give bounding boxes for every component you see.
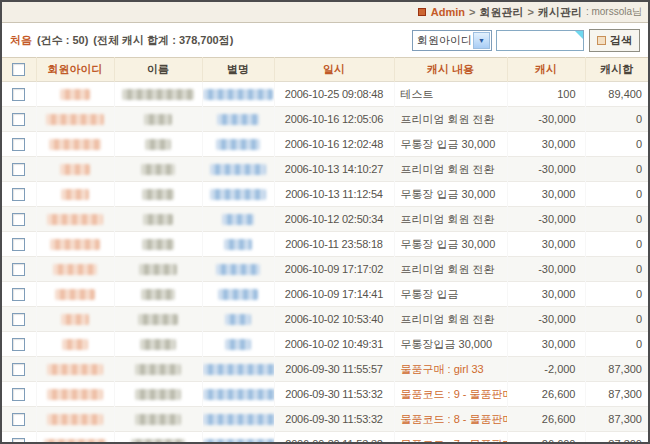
row-checkbox[interactable]	[12, 88, 25, 101]
redacted-name	[135, 414, 181, 425]
cell-cash-amount: 26,600	[507, 432, 585, 444]
search-field-select[interactable]: 회원아이디 ▼	[412, 30, 492, 51]
search-field-selected-value: 회원아이디	[417, 33, 472, 48]
cell-cash-description: 무통장입금 30,000	[394, 332, 507, 357]
cell-nickname	[202, 332, 274, 357]
row-checkbox[interactable]	[12, 163, 25, 176]
header-nickname: 별명	[202, 58, 274, 82]
breadcrumb-admin-link[interactable]: Admin	[431, 6, 465, 18]
cell-datetime: 2006-10-16 12:02:48	[274, 132, 394, 157]
cell-name	[114, 182, 202, 207]
header-cash-description: 캐시 내용	[394, 58, 507, 82]
header-cash-amount: 캐시	[507, 58, 585, 82]
cell-name	[114, 207, 202, 232]
redacted-name	[141, 164, 175, 175]
cell-nickname	[202, 282, 274, 307]
cell-user-id	[36, 132, 114, 157]
cell-cash-description: 무통장 입금	[394, 282, 507, 307]
cell-name	[114, 332, 202, 357]
cell-cash-description[interactable]: 물품코드 : 9 - 물품판매	[394, 382, 507, 407]
redacted-name	[138, 314, 178, 325]
redacted-nickname	[217, 114, 259, 125]
row-checkbox[interactable]	[12, 363, 25, 376]
table-row: 2006-10-16 12:02:48 무통장 입금 30,000 30,000…	[2, 132, 648, 157]
redacted-nickname	[225, 339, 251, 350]
cell-cash-description[interactable]: 물품코드 : 8 - 물품판매	[394, 407, 507, 432]
redacted-user-id	[62, 339, 88, 350]
row-checkbox[interactable]	[12, 313, 25, 326]
header-datetime: 일시	[274, 58, 394, 82]
row-checkbox[interactable]	[12, 388, 25, 401]
search-input[interactable]	[497, 31, 583, 50]
cell-name	[114, 157, 202, 182]
cell-name	[114, 82, 202, 107]
cell-user-id	[36, 207, 114, 232]
redacted-nickname	[225, 314, 251, 325]
row-select-cell	[2, 82, 36, 107]
redacted-name	[143, 214, 173, 225]
cell-cash-amount: 30,000	[507, 232, 585, 257]
cell-cash-description: 무통장 입금 30,000	[394, 132, 507, 157]
redacted-name	[140, 339, 176, 350]
cell-cash-description[interactable]: 물품코드 : 7 - 물품판매	[394, 432, 507, 444]
row-select-cell	[2, 107, 36, 132]
row-checkbox[interactable]	[12, 238, 25, 251]
row-checkbox[interactable]	[12, 338, 25, 351]
breadcrumb-member-management[interactable]: 회원관리	[479, 5, 523, 20]
cell-cash-description: 무통장 입금 30,000	[394, 232, 507, 257]
row-checkbox[interactable]	[12, 288, 25, 301]
breadcrumb-separator: >	[469, 6, 475, 18]
cell-cash-total: 0	[585, 157, 648, 182]
cell-user-id	[36, 432, 114, 444]
select-all-checkbox[interactable]	[12, 63, 25, 76]
redacted-nickname	[203, 389, 275, 400]
cell-cash-description[interactable]: 물품구매 : girl 33	[394, 357, 507, 382]
row-checkbox[interactable]	[12, 188, 25, 201]
row-checkbox[interactable]	[12, 213, 25, 226]
row-select-cell	[2, 307, 36, 332]
table-row: 2006-10-13 11:12:54 무통장 입금 30,000 30,000…	[2, 182, 648, 207]
row-checkbox[interactable]	[12, 263, 25, 276]
cell-cash-total: 0	[585, 107, 648, 132]
cell-datetime: 2006-10-25 09:08:48	[274, 82, 394, 107]
cell-cash-description: 테스트	[394, 82, 507, 107]
redacted-name	[142, 239, 174, 250]
row-checkbox[interactable]	[12, 138, 25, 151]
redacted-name	[122, 89, 194, 100]
table-header-row: 회원아이디 이름 별명 일시 캐시 내용 캐시 캐시합	[2, 58, 648, 82]
cash-total-label: (전체 캐시 합계 : 378,700점)	[93, 33, 233, 48]
table-row: 2006-10-11 23:58:18 무통장 입금 30,000 30,000…	[2, 232, 648, 257]
cell-user-id	[36, 407, 114, 432]
table-body: 2006-10-25 09:08:48 테스트 100 89,400 2006-…	[2, 82, 648, 444]
row-checkbox[interactable]	[12, 413, 25, 426]
redacted-nickname	[224, 239, 252, 250]
redacted-user-id	[53, 264, 97, 275]
row-select-cell	[2, 382, 36, 407]
cell-name	[114, 432, 202, 444]
redacted-user-id	[47, 364, 103, 375]
redacted-nickname	[210, 164, 266, 175]
cell-name	[114, 407, 202, 432]
breadcrumb-cash-management[interactable]: 캐시관리	[538, 5, 582, 20]
redacted-user-id	[44, 439, 106, 444]
first-page-link[interactable]: 처음	[10, 33, 32, 48]
row-checkbox[interactable]	[12, 438, 25, 444]
row-select-cell	[2, 232, 36, 257]
row-checkbox[interactable]	[12, 113, 25, 126]
redacted-nickname	[216, 264, 260, 275]
redacted-name	[144, 114, 172, 125]
redacted-user-id	[47, 214, 103, 225]
cell-cash-total: 0	[585, 232, 648, 257]
cell-nickname	[202, 357, 274, 382]
chevron-down-icon[interactable]: ▼	[473, 32, 490, 49]
cell-datetime: 2006-10-12 02:50:34	[274, 207, 394, 232]
search-input-wrap	[496, 30, 584, 51]
redacted-nickname	[218, 289, 258, 300]
cell-cash-total: 0	[585, 182, 648, 207]
redacted-user-id	[60, 164, 90, 175]
breadcrumb-current-user: : morssola님	[586, 5, 642, 19]
cell-name	[114, 107, 202, 132]
breadcrumb-bar: Admin > 회원관리 > 캐시관리 : morssola님	[2, 2, 648, 23]
search-button[interactable]: 검색	[589, 29, 640, 52]
redacted-name	[141, 289, 175, 300]
